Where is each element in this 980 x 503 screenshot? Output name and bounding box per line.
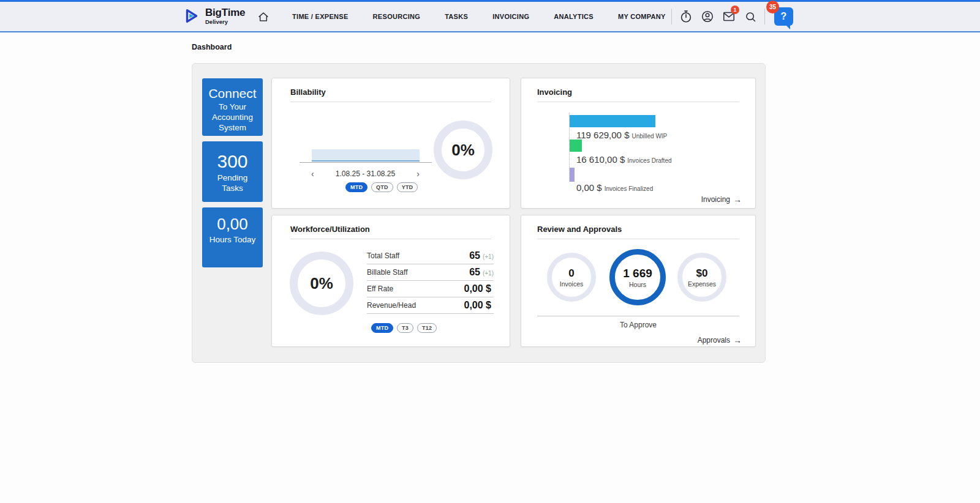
arrow-right-icon: → — [733, 195, 742, 204]
header-icons: 1 ? 35 — [671, 2, 793, 31]
chevron-right-icon[interactable]: › — [414, 170, 422, 178]
page: BigTime Delivery TIME / EXPENSE RESOURCI… — [0, 0, 980, 503]
workforce-card: Workforce/Utilization 0% Total Staff 65(… — [271, 215, 510, 347]
date-range-navigator: ‹ 1.08.25 - 31.08.25 › — [309, 170, 422, 178]
billability-area-chart — [312, 149, 420, 162]
circle-label: Hours — [629, 281, 646, 288]
divider — [290, 239, 491, 239]
tile-connect-accounting[interactable]: Connect To Your Accounting System — [202, 78, 263, 136]
bigtime-logo[interactable]: BigTime Delivery — [183, 7, 245, 25]
table-row: Eff Rate 0,00 $ — [367, 281, 494, 297]
divider — [537, 102, 739, 102]
nav-tasks[interactable]: TASKS — [445, 13, 468, 20]
toggle-ytd[interactable]: YTD — [397, 182, 418, 192]
bar-invoices-drafted — [570, 140, 582, 152]
billability-percent: 0% — [451, 141, 475, 160]
tile-pending-tasks[interactable]: 300 Pending Tasks — [202, 141, 263, 202]
account-icon[interactable] — [700, 9, 715, 24]
divider — [290, 102, 491, 102]
row-delta: (+1) — [483, 253, 494, 260]
nav-my-company[interactable]: MY COMPANY — [618, 13, 666, 20]
toggle-mtd[interactable]: MTD — [371, 323, 393, 333]
divider — [537, 239, 739, 239]
tile-value: 0,00 — [217, 215, 248, 234]
nav-invoicing[interactable]: INVOICING — [492, 13, 529, 20]
billability-card: Billability ‹ 1.08.25 - 31.08.25 › MTD Q… — [271, 78, 510, 209]
bigtime-logo-icon — [183, 7, 201, 25]
home-icon[interactable] — [257, 10, 270, 24]
toggle-qtd[interactable]: QTD — [371, 182, 393, 192]
nav-resourcing[interactable]: RESOURCING — [373, 13, 421, 20]
invoicing-row: 0,00 $Invoices Finalized — [576, 182, 653, 193]
header-divider — [764, 9, 765, 24]
approvals-card: Review and Approvals 0 Invoices 1 669 Ho… — [521, 215, 756, 347]
invoices-drafted-label: Invoices Drafted — [627, 157, 671, 164]
expenses-to-approve-circle[interactable]: $0 Expenses — [677, 253, 726, 302]
header-divider — [671, 9, 672, 24]
circle-label: Invoices — [560, 280, 584, 288]
nav-analytics[interactable]: ANALYTICS — [554, 13, 594, 20]
bar-unbilled-wip — [570, 115, 655, 127]
invoicing-row: 119 629,00 $Unbilled WIP — [576, 130, 667, 141]
invoices-finalized-label: Invoices Finalized — [605, 185, 653, 192]
row-value: 0,00 $ — [464, 300, 491, 311]
approvals-link-label: Approvals — [698, 336, 730, 345]
tile-hours-today[interactable]: 0,00 Hours Today — [202, 207, 263, 267]
unbilled-wip-label: Unbilled WIP — [631, 133, 667, 140]
toggle-mtd[interactable]: MTD — [345, 182, 368, 192]
workforce-period-toggles: MTD T3 T12 — [371, 323, 437, 333]
billability-period-toggles: MTD QTD YTD — [345, 182, 418, 192]
row-label: Total Staff — [367, 252, 399, 260]
approvals-title: Review and Approvals — [537, 225, 622, 234]
toggle-t12[interactable]: T12 — [417, 323, 437, 333]
workforce-donut: 0% — [290, 252, 353, 315]
tile-label: Hours Today — [206, 235, 260, 245]
circle-value: 1 669 — [623, 267, 652, 280]
main-nav: TIME / EXPENSE RESOURCING TASKS INVOICIN… — [292, 2, 666, 31]
tile-label: Pending Tasks — [202, 173, 263, 194]
search-icon[interactable] — [743, 9, 758, 24]
to-approve-label: To Approve — [521, 321, 755, 329]
workforce-title: Workforce/Utilization — [290, 225, 370, 234]
row-label: Billable Staff — [367, 268, 408, 277]
approvals-link[interactable]: Approvals → — [698, 335, 742, 345]
circle-label: Expenses — [688, 280, 716, 288]
hours-to-approve-circle[interactable]: 1 669 Hours — [609, 249, 666, 305]
table-row: Billable Staff 65(+1) — [367, 264, 494, 281]
table-row: Revenue/Head 0,00 $ — [367, 297, 494, 314]
chevron-left-icon[interactable]: ‹ — [309, 170, 317, 178]
row-label: Revenue/Head — [367, 301, 416, 310]
logo-subtitle: Delivery — [205, 19, 245, 25]
help-button[interactable]: ? 35 — [774, 7, 793, 26]
billability-donut: 0% — [434, 121, 492, 179]
unbilled-wip-value: 119 629,00 $ — [576, 130, 629, 140]
workforce-percent: 0% — [310, 274, 333, 293]
messages-badge: 1 — [731, 6, 739, 14]
arrow-right-icon: → — [733, 335, 742, 345]
tile-value: Connect — [208, 86, 256, 101]
logo-title: BigTime — [205, 7, 245, 18]
circle-value: $0 — [696, 267, 708, 280]
billability-chart-axis — [300, 162, 432, 163]
toggle-t3[interactable]: T3 — [397, 323, 413, 333]
circle-value: 0 — [568, 267, 574, 280]
date-range-label: 1.08.25 - 31.08.25 — [336, 170, 395, 178]
top-navigation-bar: BigTime Delivery TIME / EXPENSE RESOURCI… — [0, 0, 980, 32]
row-delta: (+1) — [483, 270, 494, 277]
invoicing-card: Invoicing 119 629,00 $Unbilled WIP 16 61… — [521, 78, 756, 209]
timer-icon[interactable] — [679, 9, 693, 24]
invoicing-link[interactable]: Invoicing → — [701, 195, 742, 204]
messages-icon[interactable]: 1 — [722, 9, 736, 24]
nav-time-expense[interactable]: TIME / EXPENSE — [292, 13, 349, 20]
billability-title: Billability — [290, 88, 326, 97]
invoices-to-approve-circle[interactable]: 0 Invoices — [547, 253, 596, 302]
invoicing-row: 16 610,00 $Invoices Drafted — [576, 154, 672, 165]
invoicing-link-label: Invoicing — [701, 195, 730, 204]
divider — [537, 316, 739, 316]
row-value: 65 — [469, 250, 480, 261]
page-title: Dashboard — [192, 43, 232, 51]
bar-invoices-finalized — [570, 168, 575, 182]
invoices-drafted-value: 16 610,00 $ — [576, 154, 625, 165]
invoices-finalized-value: 0,00 $ — [576, 182, 602, 193]
help-badge: 35 — [766, 1, 779, 13]
